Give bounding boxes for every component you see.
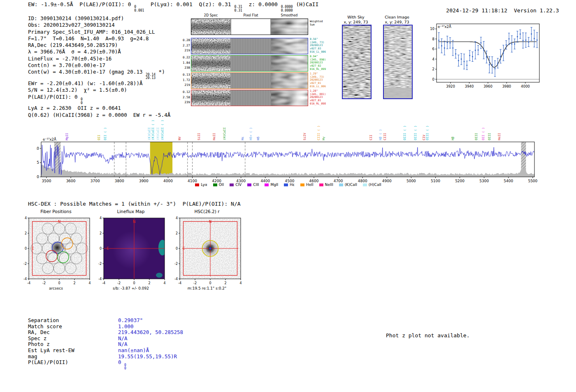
svg-text:4000: 4000 (521, 84, 530, 88)
svg-text:2: 2 (25, 232, 27, 235)
full-spectrum-plot: 3500360037003800390040004100420043004400… (36, 105, 540, 190)
legend-item: HeII (300, 183, 314, 187)
spec2d-row-annotation: 0.94"(245, 890)20200123v027_02016_RL_099 (310, 55, 330, 71)
spec2d-fiber-row (191, 55, 308, 72)
match-row: Est LyA rest-EWnan(±nan)Å (28, 348, 183, 354)
svg-text:8: 8 (432, 37, 434, 41)
svg-text:0: 0 (133, 281, 135, 285)
svg-text:-2: -2 (23, 262, 27, 266)
svg-text:-2: -2 (193, 281, 197, 285)
photz-note: Phot z plot not available. (386, 332, 470, 339)
match-row-label: Photo z (28, 341, 118, 348)
svg-text:Hδ: Hδ (256, 136, 260, 140)
svg-text:3940: 3940 (465, 84, 474, 88)
smoothed-image (271, 56, 308, 71)
svg-text:4: 4 (239, 281, 242, 285)
svg-text:-4: -4 (98, 277, 102, 281)
spec2d-row-values: 0.131.72219 (181, 72, 190, 88)
with-sky-title: With Sky x, y: 249, 73 (337, 15, 374, 25)
spec2d-fiber-row (191, 72, 308, 89)
line-fit-plot: 392039403960398040000246810 (426, 20, 543, 90)
with-sky-title-text: With Sky (337, 15, 374, 20)
svg-text:0: 0 (209, 281, 211, 285)
spec2d-row-values: 0.282.27219 (181, 38, 190, 53)
svg-text:SiII: SiII (197, 133, 201, 140)
clean-image-title: Clean Image x, y: 249, 73 (379, 15, 416, 25)
legend-item: (K)CaII (339, 183, 357, 187)
svg-text:10: 10 (36, 146, 39, 151)
clean-image-title-text: Clean Image (379, 15, 416, 20)
svg-text:0: 0 (100, 247, 102, 251)
match-row: RA, Dec219.443620, 50.285258 (28, 329, 183, 336)
match-row-value: N/A (118, 341, 128, 347)
svg-text:-4: -4 (178, 281, 181, 285)
svg-text:-4: -4 (174, 277, 178, 281)
svg-text:6: 6 (432, 47, 434, 51)
spec2d-fiber-row (191, 38, 308, 54)
cutout-image-lineflux-map: NE-4-4-2-2002244 (90, 215, 172, 287)
with-sky-noise (343, 26, 371, 98)
svg-text:OII ( ): OII ( ) (103, 127, 107, 140)
svg-text:HeII: HeII (212, 133, 216, 140)
svg-text:E: E (183, 246, 185, 251)
svg-text:N: N (58, 220, 61, 224)
smoothed-image (271, 73, 308, 88)
svg-text:CIII: CIII (383, 133, 387, 140)
cutout-fiber-positions: Fiber Positions NE-4-4-2-2002244 arcsecs (15, 209, 97, 290)
svg-text:2: 2 (73, 281, 75, 285)
match-row-value: 0 00 (118, 359, 126, 365)
svg-text:OIII ( ): OIII ( ) (403, 125, 406, 140)
svg-text:4: 4 (25, 216, 27, 220)
legend-swatch (319, 183, 323, 186)
match-row-value: 219.443620, 50.285258 (118, 329, 183, 335)
pixel-flat-image (231, 73, 270, 88)
svg-text:E: E (32, 246, 34, 251)
svg-text:Hγ: Hγ (322, 136, 325, 140)
spectrum-legend: LyαOIICIVCIIIMgIIHεHeIINeIII(K)CaII(H)Ca… (36, 183, 540, 187)
header-summary: EW: -1.9±-0.5Å P(LAE)/P(OII): 0 00.001 P… (28, 1, 318, 13)
svg-text:Hε: Hε (241, 137, 244, 140)
cutout-hsc-r: HSC(26.2) r NE-4-4-2-2002244 m:19.5 re:1… (166, 209, 248, 290)
svg-text:0: 0 (176, 247, 178, 251)
legend-item: MgII (265, 183, 278, 187)
legend-swatch (363, 183, 367, 186)
pixel-flat-image (231, 90, 270, 106)
cutout-title-fiber-positions: Fiber Positions (15, 209, 97, 215)
svg-text:OIII ( ): OIII ( ) (413, 125, 417, 140)
report-datetime: 2024-12-29 11:18:12 (446, 7, 507, 14)
match-row: Photo zN/A (28, 341, 183, 348)
spec2d-image (191, 73, 230, 88)
legend-swatch (213, 183, 217, 186)
svg-text:(H)CaII: (H)CaII (223, 127, 226, 140)
spec2d-row-annotation: 1.28"(245, 881)20200123v027_01016_RL_098 (310, 90, 330, 106)
svg-text:CII: CII (369, 135, 373, 140)
legend-item: (H)CaII (363, 183, 381, 187)
legend-item: NeIII (319, 183, 333, 187)
spec2d-image (191, 56, 230, 71)
svg-text:2: 2 (224, 281, 226, 285)
detection-info-block: ID: 3090130214 (3090130214.pdf)Obs: 2020… (28, 15, 170, 118)
svg-text:4: 4 (176, 216, 178, 220)
spec2d-weighted-row (191, 19, 308, 35)
spec2d-col-title-smoothed: Smoothed (271, 14, 307, 17)
match-row: Match score1.000 (28, 324, 183, 330)
svg-text:(H)CaII ( ): (H)CaII ( ) (160, 120, 164, 140)
svg-text:-2: -2 (117, 281, 121, 285)
spec2d-image (191, 19, 230, 35)
svg-text:-4: -4 (27, 281, 30, 285)
svg-text:OII: OII (97, 135, 101, 140)
spec2d-fiber-row (191, 90, 308, 106)
match-row-value: nan(±nan)Å (118, 347, 149, 353)
svg-text:(K)CaII ( ): (K)CaII ( ) (151, 120, 155, 140)
svg-text:E: E (107, 246, 109, 251)
svg-text:5: 5 (37, 160, 39, 165)
match-row-value: 1.000 (118, 323, 134, 329)
svg-text:2: 2 (432, 67, 434, 71)
svg-text:(K)CaII: (K)CaII (147, 127, 151, 140)
svg-text:Hβ: Hβ (451, 136, 455, 140)
svg-text:Hδ+ ( ): Hδ+ ( ) (249, 127, 253, 140)
svg-text:0: 0 (58, 281, 60, 285)
svg-text:3980: 3980 (502, 84, 511, 88)
clean-image-coords: x, y: 249, 73 (379, 20, 416, 25)
match-row-label: Spec z (28, 336, 118, 342)
